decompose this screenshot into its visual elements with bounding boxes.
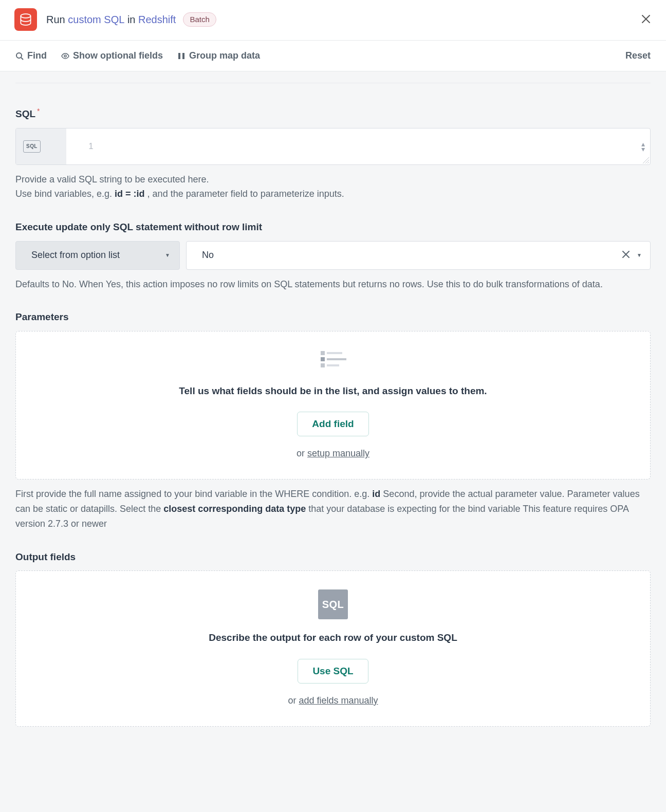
config-panel: Run custom SQL in Redshift Batch Find Sh… — [0, 0, 666, 747]
svg-rect-12 — [321, 357, 325, 361]
svg-line-4 — [21, 58, 23, 60]
execute-update-value: No — [202, 248, 214, 262]
select-mode-dropdown[interactable]: Select from option list ▼ — [15, 241, 180, 270]
add-fields-manually-link[interactable]: add fields manually — [299, 695, 378, 706]
sql-input-area[interactable]: ▴▾ — [116, 128, 650, 164]
output-fields-or-line: or add fields manually — [26, 694, 640, 708]
title-link-redshift[interactable]: Redshift — [138, 12, 176, 27]
svg-rect-6 — [178, 53, 180, 59]
svg-rect-10 — [321, 351, 325, 355]
svg-point-5 — [64, 55, 66, 57]
parameters-help-a: First provide the full name assigned to … — [15, 489, 372, 499]
resize-handle-icon[interactable] — [643, 157, 649, 163]
add-field-button[interactable]: Add field — [297, 412, 368, 436]
svg-rect-13 — [327, 358, 346, 360]
toolbar-show-optional[interactable]: Show optional fields — [61, 49, 163, 63]
toolbar: Find Show optional fields Group map data… — [0, 41, 666, 71]
parameters-help: First provide the full name assigned to … — [15, 487, 651, 531]
close-icon — [641, 14, 651, 24]
svg-rect-14 — [321, 363, 325, 367]
execute-update-block: Execute update only SQL statement withou… — [15, 220, 651, 291]
parameters-label: Parameters — [15, 310, 69, 325]
redshift-icon — [14, 8, 37, 31]
svg-rect-7 — [182, 53, 184, 59]
select-mode-label: Select from option list — [31, 248, 120, 262]
parameters-empty-box: Tell us what fields should be in the lis… — [15, 331, 651, 480]
columns-icon — [177, 52, 186, 60]
sql-help-line2b: id = :id — [115, 189, 145, 199]
toolbar-find-label: Find — [27, 49, 47, 63]
panel-title: Run custom SQL in Redshift Batch — [46, 12, 216, 27]
toolbar-reset[interactable]: Reset — [625, 49, 651, 63]
content: SQL* SQL 1 ▴▾ Provide a valid SQL string… — [0, 71, 666, 747]
svg-point-3 — [16, 53, 22, 58]
expand-icon[interactable]: ▴▾ — [641, 141, 645, 152]
sql-help-line1: Provide a valid SQL string to be execute… — [15, 174, 209, 184]
toolbar-show-optional-label: Show optional fields — [73, 49, 163, 63]
sql-line-number: 1 — [66, 128, 116, 164]
sql-help-line2c: , and the parameter field to parameteriz… — [145, 189, 344, 199]
sql-lang-badge: SQL — [23, 140, 41, 153]
title-prefix: Run — [46, 12, 65, 27]
svg-point-0 — [21, 14, 30, 18]
title-middle: in — [127, 12, 136, 27]
output-fields-block: Output fields SQL Describe the output fo… — [15, 550, 651, 727]
use-sql-button[interactable]: Use SQL — [298, 659, 368, 684]
toolbar-find[interactable]: Find — [15, 49, 47, 63]
required-star: * — [37, 107, 40, 115]
output-fields-or-prefix: or — [288, 695, 299, 706]
parameters-empty-headline: Tell us what fields should be in the lis… — [26, 384, 640, 399]
parameters-or-line: or setup manually — [26, 447, 640, 460]
sql-gutter: SQL — [16, 128, 66, 164]
batch-badge: Batch — [183, 12, 216, 27]
sql-help-line2a: Use bind variables, e.g. — [15, 189, 115, 199]
setup-manually-link[interactable]: setup manually — [307, 448, 369, 458]
title-link-sql[interactable]: custom SQL — [68, 12, 124, 27]
execute-update-value-select[interactable]: No ▼ — [186, 241, 651, 270]
execute-update-label: Execute update only SQL statement withou… — [15, 220, 262, 235]
clear-icon[interactable] — [622, 248, 630, 262]
output-fields-empty-box: SQL Describe the output for each row of … — [15, 570, 651, 727]
divider — [15, 83, 651, 83]
panel-header: Run custom SQL in Redshift Batch — [0, 0, 666, 41]
chevron-down-icon: ▼ — [165, 251, 170, 259]
parameters-help-b: id — [372, 489, 380, 499]
search-icon — [15, 52, 24, 60]
svg-rect-11 — [327, 352, 342, 354]
parameters-block: Parameters Tell us what fields should be… — [15, 310, 651, 531]
chevron-down-icon[interactable]: ▼ — [637, 251, 642, 259]
svg-rect-15 — [327, 364, 339, 366]
parameters-or-prefix: or — [297, 448, 307, 458]
toolbar-group-map[interactable]: Group map data — [177, 49, 260, 63]
sql-block-icon: SQL — [318, 589, 348, 619]
sql-help-text: Provide a valid SQL string to be execute… — [15, 172, 651, 202]
sql-editor[interactable]: SQL 1 ▴▾ — [15, 128, 651, 165]
execute-update-help: Defaults to No. When Yes, this action im… — [15, 277, 651, 292]
execute-update-row: Select from option list ▼ No ▼ — [15, 241, 651, 270]
sql-label: SQL — [15, 107, 35, 122]
close-button[interactable] — [638, 10, 654, 30]
toolbar-reset-label: Reset — [625, 49, 651, 63]
toolbar-group-map-label: Group map data — [189, 49, 260, 63]
output-fields-label: Output fields — [15, 550, 76, 565]
sql-field-block: SQL* SQL 1 ▴▾ Provide a valid SQL string… — [15, 106, 651, 201]
output-fields-headline: Describe the output for each row of your… — [26, 631, 640, 645]
parameters-help-d: closest corresponding data type — [163, 504, 306, 514]
eye-icon — [61, 52, 69, 60]
list-fields-icon — [319, 350, 347, 371]
